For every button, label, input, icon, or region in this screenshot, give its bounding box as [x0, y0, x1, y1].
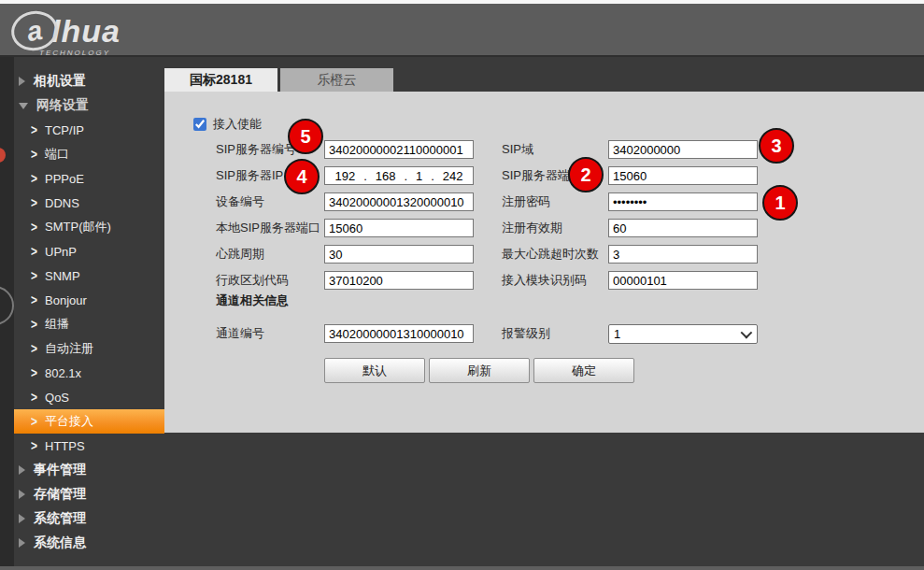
- channel-info-section-title: 通道相关信息: [216, 292, 289, 309]
- sip-server-ip-field[interactable]: 1921681242: [324, 166, 474, 185]
- sidebar-item-system-info[interactable]: 系统信息: [14, 531, 164, 555]
- max-heartbeat-timeout-field[interactable]: [608, 245, 758, 264]
- chevron-right-icon: >: [31, 148, 37, 162]
- tab-lechange[interactable]: 乐橙云: [280, 68, 393, 92]
- chevron-down-icon: [741, 327, 753, 339]
- sip-server-ip-label: SIP服务器IP: [216, 166, 283, 185]
- bottom-strip: [0, 566, 924, 570]
- sidebar-item-ddns[interactable]: > DDNS: [14, 191, 164, 215]
- device-id-label: 设备编号: [216, 192, 264, 211]
- chevron-right-icon: >: [31, 221, 37, 235]
- sidebar-item-system-management[interactable]: 系统管理: [14, 506, 164, 531]
- chevron-right-icon: >: [31, 366, 37, 380]
- sip-server-id-label: SIP服务器编号: [216, 140, 296, 159]
- chevron-right-icon: >: [31, 318, 37, 332]
- ip-dot: [404, 169, 407, 183]
- sidebar-item-bonjour[interactable]: > Bonjour: [14, 288, 164, 312]
- admin-division-code-field[interactable]: [324, 271, 474, 290]
- ip-octet: 192: [334, 169, 355, 183]
- dahua-logo-wordmark: alhua: [11, 11, 121, 50]
- chevron-right-icon: >: [31, 172, 37, 186]
- sidebar-item-smtp[interactable]: > SMTP(邮件): [14, 215, 164, 239]
- chevron-right-icon: >: [31, 269, 37, 283]
- annotation-circle-1: 1: [762, 185, 798, 221]
- header-bar: alhua TECHNOLOGY: [0, 4, 924, 57]
- sidebar-item-multicast[interactable]: > 组播: [14, 312, 164, 336]
- dahua-logo: alhua TECHNOLOGY: [11, 11, 121, 57]
- tab-gb28181[interactable]: 国标28181: [164, 68, 277, 92]
- chevron-right-icon: >: [31, 196, 37, 210]
- dahua-web-config: { "header": { "brand_a": "a", "brand_res…: [0, 0, 924, 570]
- register-validity-label: 注册有效期: [502, 219, 562, 237]
- ip-octet: 1: [416, 169, 422, 183]
- triangle-right-icon: [19, 538, 25, 548]
- channel-id-label: 通道编号: [216, 324, 264, 343]
- tab-bar: 国标28181 乐橙云: [164, 68, 393, 92]
- sidebar-item-network-settings[interactable]: 网络设置: [14, 93, 164, 118]
- triangle-right-icon: [19, 514, 25, 523]
- sip-server-port-field[interactable]: [608, 166, 758, 185]
- chevron-right-icon: >: [31, 123, 37, 137]
- default-button[interactable]: 默认: [324, 358, 425, 383]
- register-password-field[interactable]: [608, 192, 758, 211]
- sidebar-item-port[interactable]: > 端口: [14, 142, 164, 166]
- annotation-circle-3: 3: [759, 128, 794, 164]
- chevron-right-icon: >: [31, 293, 37, 307]
- heartbeat-period-field[interactable]: [324, 245, 474, 264]
- sidebar-item-event-management[interactable]: 事件管理: [14, 458, 164, 482]
- ip-octet: 168: [376, 169, 396, 183]
- sidebar-item-auto-register[interactable]: > 自动注册: [14, 336, 164, 361]
- chevron-right-icon: >: [31, 439, 37, 453]
- alarm-level-label: 报警级别: [502, 324, 550, 343]
- annotation-circle-5: 5: [288, 119, 323, 154]
- ip-octet: 242: [443, 169, 463, 183]
- sidebar-item-upnp[interactable]: > UPnP: [14, 239, 164, 264]
- triangle-right-icon: [19, 77, 25, 86]
- ip-dot: [363, 169, 367, 183]
- sip-server-id-field[interactable]: [324, 140, 474, 159]
- access-enable-row: 接入使能: [193, 117, 262, 132]
- ip-dot: [431, 169, 434, 183]
- access-enable-checkbox[interactable]: [193, 118, 206, 131]
- chevron-right-icon: >: [31, 391, 37, 405]
- sidebar-item-tcpip[interactable]: > TCP/IP: [14, 118, 164, 142]
- sidebar-item-storage-management[interactable]: 存储管理: [14, 482, 164, 506]
- sidebar-item-qos[interactable]: > QoS: [14, 385, 164, 409]
- chevron-right-icon: >: [31, 342, 37, 356]
- dahua-logo-subtitle: TECHNOLOGY: [39, 49, 121, 57]
- sidebar-item-camera-settings[interactable]: 相机设置: [14, 69, 164, 93]
- register-password-label: 注册密码: [502, 192, 550, 211]
- sidebar-item-pppoe[interactable]: > PPPoE: [14, 166, 164, 191]
- sip-domain-field[interactable]: [608, 140, 758, 159]
- access-module-id-field[interactable]: [608, 271, 758, 290]
- max-heartbeat-timeout-label: 最大心跳超时次数: [502, 245, 599, 264]
- access-module-id-label: 接入模块识别码: [502, 271, 587, 290]
- sidebar-item-8021x[interactable]: > 802.1x: [14, 361, 164, 385]
- local-sip-port-label: 本地SIP服务器端口: [216, 219, 320, 237]
- device-id-field[interactable]: [324, 192, 474, 211]
- content-panel: 接入使能 SIP服务器编号 SIP域 SIP服务器IP 1921681242 S…: [164, 92, 924, 433]
- refresh-button[interactable]: 刷新: [429, 358, 530, 383]
- channel-id-field[interactable]: [324, 324, 474, 343]
- admin-division-code-label: 行政区划代码: [216, 271, 289, 290]
- confirm-button[interactable]: 确定: [533, 358, 634, 383]
- annotation-circle-2: 2: [568, 157, 604, 192]
- sidebar-nav: 相机设置 网络设置 > TCP/IP > 端口 > PPPoE > DDNS >…: [14, 69, 164, 555]
- chevron-right-icon: >: [31, 415, 37, 429]
- heartbeat-period-label: 心跳周期: [216, 245, 264, 264]
- triangle-down-icon: [19, 103, 28, 109]
- sidebar-item-snmp[interactable]: > SNMP: [14, 264, 164, 288]
- chevron-right-icon: >: [31, 245, 37, 259]
- local-sip-port-field[interactable]: [324, 219, 474, 237]
- sip-domain-label: SIP域: [502, 140, 533, 159]
- annotation-circle-4: 4: [284, 159, 320, 194]
- button-row: 默认 刷新 确定: [324, 358, 638, 383]
- alarm-level-value: 1: [614, 327, 741, 341]
- triangle-right-icon: [19, 465, 25, 475]
- register-validity-field[interactable]: [608, 219, 758, 237]
- sidebar-item-https[interactable]: > HTTPS: [14, 434, 164, 458]
- sidebar-item-platform-access[interactable]: > 平台接入: [14, 409, 164, 434]
- alarm-level-select[interactable]: 1: [608, 324, 758, 344]
- access-enable-label: 接入使能: [213, 116, 262, 133]
- triangle-right-icon: [19, 490, 25, 499]
